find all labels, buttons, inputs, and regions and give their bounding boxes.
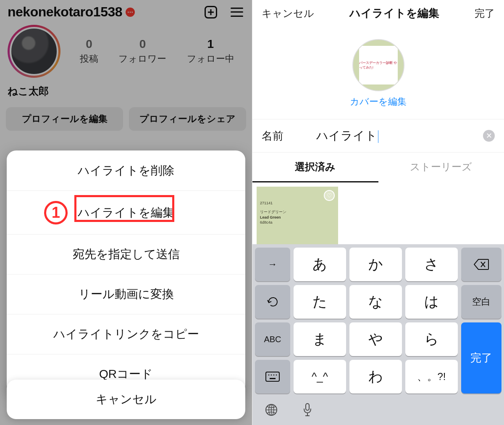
key-ya[interactable]: や <box>349 322 402 356</box>
mic-icon <box>302 403 312 417</box>
globe-icon <box>265 403 278 417</box>
sheet-convert-reel[interactable]: リール動画に変換 <box>7 274 245 314</box>
key-mic[interactable] <box>291 397 324 422</box>
key-arrow[interactable]: → <box>255 248 290 281</box>
cancel-button[interactable]: キャンセル <box>262 7 314 20</box>
svg-point-4 <box>276 375 277 376</box>
svg-rect-5 <box>270 378 276 379</box>
keyboard-icon <box>265 372 280 382</box>
edit-cover-link[interactable]: カバーを編集 <box>350 95 407 108</box>
tab-selected[interactable]: 選択済み <box>252 153 378 182</box>
key-abc[interactable]: ABC <box>255 322 290 356</box>
annotation-badge-1: 1 <box>44 201 68 224</box>
sheet-copy-link[interactable]: ハイライトリンクをコピー <box>7 314 245 354</box>
name-input[interactable]: ハイライト <box>316 128 378 144</box>
svg-point-3 <box>273 375 275 376</box>
story-text: リードグリーン Lead Green 6d8c4a <box>260 209 286 225</box>
key-na[interactable]: な <box>349 285 402 319</box>
key-sa[interactable]: さ <box>405 248 458 281</box>
sheet-send-to[interactable]: 宛先を指定して送信 <box>7 234 245 274</box>
key-ha[interactable]: は <box>405 285 458 319</box>
tab-stories[interactable]: ストーリーズ <box>378 153 504 182</box>
key-return[interactable]: 完了 <box>461 322 501 393</box>
svg-rect-0 <box>266 372 279 381</box>
svg-point-1 <box>268 375 270 376</box>
page-title: ハイライトを編集 <box>349 6 439 21</box>
right-screenshot: キャンセル ハイライトを編集 完了 バースデーカラー診断 やってみた! カバーを… <box>252 0 504 425</box>
ios-keyboard: → あ か さ た な は 空白 ABC <box>252 244 504 425</box>
svg-point-2 <box>271 375 272 376</box>
key-wa[interactable]: わ <box>349 360 402 393</box>
key-face[interactable]: ^_^ <box>294 360 346 393</box>
sheet-delete-highlight[interactable]: ハイライトを削除 <box>7 150 245 190</box>
action-sheet: ハイライトを削除 ハイライトを編集 宛先を指定して送信 リール動画に変換 ハイラ… <box>7 150 245 394</box>
clear-text-icon[interactable]: ✕ <box>483 130 495 142</box>
name-label: 名前 <box>262 129 316 143</box>
content-tabs: 選択済み ストーリーズ <box>252 153 504 182</box>
highlight-cover[interactable]: バースデーカラー診断 やってみた! <box>352 39 404 91</box>
key-keyboard-switch[interactable] <box>255 360 290 393</box>
key-ta[interactable]: た <box>294 285 346 319</box>
key-backspace[interactable] <box>461 248 501 281</box>
done-button[interactable]: 完了 <box>475 7 495 20</box>
undo-icon <box>266 296 279 308</box>
key-undo[interactable] <box>255 285 290 319</box>
key-space[interactable]: 空白 <box>461 285 501 319</box>
key-a[interactable]: あ <box>294 248 346 281</box>
annotation-box-1 <box>74 195 174 222</box>
story-date: 271141 <box>260 201 273 205</box>
key-globe[interactable] <box>255 397 288 422</box>
cover-banner-text: バースデーカラー診断 やってみた! <box>359 61 398 70</box>
key-ma[interactable]: ま <box>294 322 346 356</box>
edit-header: キャンセル ハイライトを編集 完了 <box>252 0 504 26</box>
text-caret <box>378 130 378 143</box>
svg-rect-8 <box>306 404 309 410</box>
left-screenshot: nekonekotaro1538 0 投稿 0 フォロワー 1 <box>0 0 252 425</box>
name-field-row[interactable]: 名前 ハイライト ✕ <box>252 119 504 153</box>
key-ra[interactable]: ら <box>405 322 458 356</box>
backspace-icon <box>474 259 489 270</box>
key-ka[interactable]: か <box>349 248 402 281</box>
sheet-cancel-button[interactable]: キャンセル <box>7 380 245 419</box>
key-punct[interactable]: 、。?! <box>405 360 458 393</box>
heart-badge-icon: ♡ <box>324 190 335 201</box>
